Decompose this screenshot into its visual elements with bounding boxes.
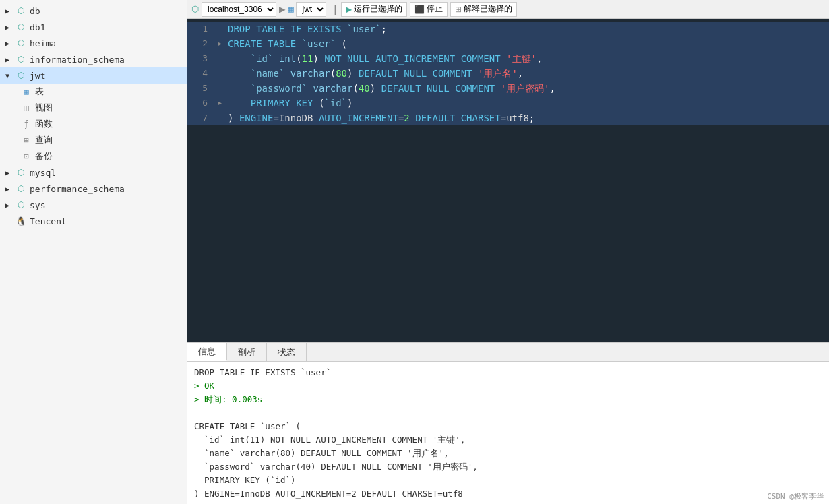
run-icon: ▶ xyxy=(346,5,352,14)
code-line-5: 5 `password` varchar(40) DEFAULT NULL CO… xyxy=(187,81,829,96)
database-select[interactable]: jwt xyxy=(296,2,326,17)
code-line-1: 1 DROP TABLE IF EXISTS `user`; xyxy=(187,22,829,36)
result-line-11: > OK xyxy=(194,501,822,504)
sidebar-item-information-schema[interactable]: ▶ ⬡ information_schema xyxy=(0,51,187,67)
line-code-7: ) ENGINE=InnoDB AUTO_INCREMENT=2 DEFAULT… xyxy=(225,111,829,125)
result-line-9: PRIMARY KEY (`id`) xyxy=(194,474,822,487)
db-icon-sys: ⬡ xyxy=(15,199,27,211)
code-line-7: 7 ) ENGINE=InnoDB AUTO_INCREMENT=2 DEFAU… xyxy=(187,111,829,125)
table-icon: ▦ xyxy=(20,86,32,98)
sidebar-label-tencent: Tencent xyxy=(30,216,67,226)
sidebar-label-sys: sys xyxy=(30,200,45,210)
tab-info[interactable]: 信息 xyxy=(187,343,227,361)
sidebar-item-jwt-backups[interactable]: ⊡ 备份 xyxy=(0,148,187,164)
run-label: 运行已选择的 xyxy=(354,3,402,15)
sidebar-arrow-heima: ▶ xyxy=(5,40,12,47)
sidebar-arrow-db: ▶ xyxy=(5,7,12,15)
db-icon-db1: ⬡ xyxy=(15,21,27,33)
explain-icon: ⊞ xyxy=(455,5,462,14)
explain-label: 解释已选择的 xyxy=(464,3,512,15)
code-line-3: 3 `id` int(11) NOT NULL AUTO_INCREMENT C… xyxy=(187,51,829,66)
line-number-3: 3 xyxy=(187,51,214,66)
sidebar-label-jwt-queries: 查询 xyxy=(35,134,53,146)
sidebar-item-db[interactable]: ▶ ⬡ db xyxy=(0,3,187,19)
db-icon-information-schema: ⬡ xyxy=(15,53,27,65)
sidebar-arrow-performance-schema: ▶ xyxy=(5,185,12,193)
sidebar-item-performance-schema[interactable]: ▶ ⬡ performance_schema xyxy=(0,181,187,197)
line-code-4: `name` varchar(80) DEFAULT NULL COMMENT … xyxy=(225,66,829,81)
sidebar-item-mysql[interactable]: ▶ ⬡ mysql xyxy=(0,164,187,181)
line-number-1: 1 xyxy=(187,22,214,36)
backup-icon: ⊡ xyxy=(20,150,32,162)
line-number-2: 2 xyxy=(187,36,214,51)
result-line-2: > OK xyxy=(194,379,822,393)
sidebar-label-heima: heima xyxy=(30,38,56,49)
db-icon-performance-schema: ⬡ xyxy=(15,183,27,195)
view-icon: ◫ xyxy=(20,102,32,114)
sidebar-item-jwt-views[interactable]: ◫ 视图 xyxy=(0,100,187,116)
sidebar-label-db1: db1 xyxy=(30,22,45,32)
sidebar-label-mysql: mysql xyxy=(30,168,56,178)
line-code-1: DROP TABLE IF EXISTS `user`; xyxy=(225,22,829,36)
sidebar-label-information-schema: information_schema xyxy=(30,55,125,65)
line-code-2: CREATE TABLE `user` ( xyxy=(225,36,829,51)
stop-button[interactable]: ⬛ 停止 xyxy=(410,2,448,17)
result-line-3: > 时间: 0.003s xyxy=(194,393,822,406)
watermark: CSDN @极客李华 xyxy=(767,491,824,501)
code-line-4: 4 `name` varchar(80) DEFAULT NULL COMMEN… xyxy=(187,66,829,81)
result-line-10: ) ENGINE=InnoDB AUTO_INCREMENT=2 DEFAULT… xyxy=(194,487,822,501)
sidebar-item-tencent[interactable]: 🐧 Tencent xyxy=(0,213,187,229)
connection-select[interactable]: localhost_3306 xyxy=(202,2,276,17)
main-panel: ⬡ localhost_3306 ▶ ▦ jwt | ▶ 运行已选择的 ⬛ 停止… xyxy=(187,0,829,504)
line-code-5: `password` varchar(40) DEFAULT NULL COMM… xyxy=(225,81,829,96)
db-icon-heima: ⬡ xyxy=(15,37,27,49)
code-editor[interactable]: 1 DROP TABLE IF EXISTS `user`; 2 ▶ CREAT… xyxy=(187,19,829,342)
line-code-6: PRIMARY KEY (`id`) xyxy=(225,96,829,111)
line-arrow-2: ▶ xyxy=(214,36,225,51)
sidebar-label-jwt: jwt xyxy=(30,71,45,81)
sidebar-label-jwt-backups: 备份 xyxy=(35,150,53,162)
sidebar-item-jwt-funcs[interactable]: ƒ 函数 xyxy=(0,116,187,132)
tab-status[interactable]: 状态 xyxy=(267,343,307,361)
sidebar-arrow-sys: ▶ xyxy=(5,201,12,209)
line-arrow-6: ▶ xyxy=(214,96,225,111)
sidebar-item-sys[interactable]: ▶ ⬡ sys xyxy=(0,197,187,213)
stop-icon: ⬛ xyxy=(414,5,425,14)
db-icon-db: ⬡ xyxy=(15,5,27,17)
result-line-7: `name` varchar(80) DEFAULT NULL COMMENT … xyxy=(194,447,822,460)
result-line-8: `password` varchar(40) DEFAULT NULL COMM… xyxy=(194,460,822,474)
result-panel: 信息 剖析 状态 DROP TABLE IF EXISTS `user` > O… xyxy=(187,342,829,504)
result-line-6: `id` int(11) NOT NULL AUTO_INCREMENT COM… xyxy=(194,433,822,447)
tab-profile[interactable]: 剖析 xyxy=(227,343,267,361)
sidebar-item-jwt[interactable]: ▼ ⬡ jwt xyxy=(0,67,187,84)
sidebar-label-jwt-funcs: 函数 xyxy=(35,118,53,130)
result-line-4 xyxy=(194,406,822,420)
sidebar-arrow-information-schema: ▶ xyxy=(5,56,12,63)
line-number-6: 6 xyxy=(187,96,214,111)
explain-button[interactable]: ⊞ 解释已选择的 xyxy=(450,2,517,17)
func-icon: ƒ xyxy=(20,118,32,130)
sidebar-item-db1[interactable]: ▶ ⬡ db1 xyxy=(0,19,187,35)
sidebar-label-jwt-views: 视图 xyxy=(35,102,53,114)
result-line-5: CREATE TABLE `user` ( xyxy=(194,420,822,433)
run-button[interactable]: ▶ 运行已选择的 xyxy=(341,2,407,17)
toolbar: ⬡ localhost_3306 ▶ ▦ jwt | ▶ 运行已选择的 ⬛ 停止… xyxy=(187,0,829,19)
sidebar-label-jwt-tables: 表 xyxy=(35,86,44,98)
sidebar-item-jwt-tables[interactable]: ▦ 表 xyxy=(0,84,187,100)
sidebar-label-performance-schema: performance_schema xyxy=(30,184,125,194)
result-content: DROP TABLE IF EXISTS `user` > OK > 时间: 0… xyxy=(187,362,829,504)
sidebar-item-heima[interactable]: ▶ ⬡ heima xyxy=(0,35,187,51)
result-tabs: 信息 剖析 状态 xyxy=(187,343,829,362)
line-number-7: 7 xyxy=(187,111,214,125)
query-icon: ⊞ xyxy=(20,134,32,146)
sidebar-arrow-db1: ▶ xyxy=(5,24,12,31)
line-number-5: 5 xyxy=(187,81,214,96)
sidebar: ▶ ⬡ db ▶ ⬡ db1 ▶ ⬡ heima ▶ ⬡ information… xyxy=(0,0,187,504)
connection-icon: ⬡ xyxy=(191,4,199,14)
sidebar-arrow-mysql: ▶ xyxy=(5,169,12,177)
code-line-2: 2 ▶ CREATE TABLE `user` ( xyxy=(187,36,829,51)
sidebar-item-jwt-queries[interactable]: ⊞ 查询 xyxy=(0,132,187,148)
db-select-icon: ▦ xyxy=(288,4,294,14)
db-icon-mysql: ⬡ xyxy=(15,166,27,179)
line-code-3: `id` int(11) NOT NULL AUTO_INCREMENT COM… xyxy=(225,51,829,66)
